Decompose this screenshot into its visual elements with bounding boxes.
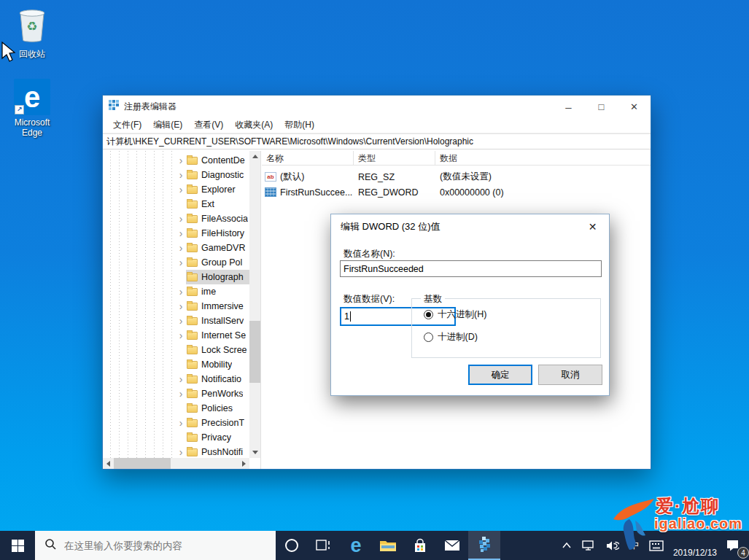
ime-indicator[interactable]: 中: [624, 531, 644, 560]
expand-chevron-icon[interactable]: ›: [176, 372, 186, 386]
column-type[interactable]: 类型: [354, 151, 435, 165]
tree-item-body[interactable]: FileAssocia: [186, 211, 249, 226]
menu-file[interactable]: 文件(F): [107, 119, 147, 131]
expand-chevron-icon[interactable]: ›: [176, 241, 186, 255]
maximize-button[interactable]: □: [585, 96, 618, 117]
tree-item-notificatio[interactable]: ›Notificatio: [103, 372, 249, 386]
tree-item-body[interactable]: Ext: [186, 197, 249, 211]
recycle-bin-shortcut[interactable]: ♻ 回收站: [6, 6, 58, 59]
tree-item-body[interactable]: PushNotifi: [186, 445, 249, 458]
expand-chevron-icon[interactable]: ›: [176, 386, 186, 401]
taskbar-clock[interactable]: 2019/12/13: [669, 531, 721, 560]
tree-item-body[interactable]: PrecisionT: [186, 416, 249, 430]
tree-item-body[interactable]: Internet Se: [186, 328, 249, 343]
tree-horizontal-scrollbar[interactable]: [103, 458, 249, 469]
expand-chevron-icon[interactable]: ›: [176, 211, 186, 226]
horizontal-scroll-thumb[interactable]: [114, 458, 171, 469]
address-bar[interactable]: 计算机\HKEY_CURRENT_USER\SOFTWARE\Microsoft…: [103, 133, 651, 149]
tree-item-fileassocia[interactable]: ›FileAssocia: [103, 211, 249, 226]
menu-view[interactable]: 查看(V): [188, 119, 229, 131]
expand-chevron-icon[interactable]: ›: [176, 299, 186, 314]
task-view-button[interactable]: [308, 531, 340, 560]
close-button[interactable]: ✕: [618, 96, 651, 117]
hidden-icons-button[interactable]: [557, 531, 576, 560]
value-name-input[interactable]: FirstRunSucceeded: [340, 260, 602, 277]
tree-item-diagnostic[interactable]: ›Diagnostic: [103, 168, 249, 182]
expand-chevron-icon[interactable]: ›: [176, 314, 186, 328]
column-name[interactable]: 名称: [262, 151, 354, 165]
tree-item-body[interactable]: Group Pol: [186, 255, 249, 270]
tree-item-body[interactable]: Immersive: [186, 299, 249, 314]
edge-shortcut[interactable]: e ↗ Microsoft Edge: [6, 79, 58, 138]
tree-item-internet-se[interactable]: ›Internet Se: [103, 328, 249, 343]
expand-chevron-icon[interactable]: ›: [176, 226, 186, 241]
registry-value-row[interactable]: ab(默认)REG_SZ(数值未设置): [262, 169, 651, 184]
tree-item-body[interactable]: ContentDe: [186, 153, 249, 168]
tree-item-filehistory[interactable]: ›FileHistory: [103, 226, 249, 241]
tree-item-mobility[interactable]: Mobility: [103, 357, 249, 372]
tree-item-body[interactable]: Lock Scree: [186, 343, 249, 357]
ok-button[interactable]: 确定: [468, 365, 532, 385]
cortana-button[interactable]: [276, 531, 308, 560]
tree-item-body[interactable]: Privacy: [186, 430, 249, 445]
start-button[interactable]: [0, 531, 35, 560]
radio-decimal[interactable]: 十进制(D): [424, 331, 478, 343]
touch-keyboard-button[interactable]: [644, 531, 669, 560]
tree-item-installserv[interactable]: ›InstallServ: [103, 314, 249, 328]
tree-item-contentde[interactable]: ›ContentDe: [103, 153, 249, 168]
tree-item-ext[interactable]: Ext: [103, 197, 249, 211]
scroll-down-icon[interactable]: [249, 447, 260, 458]
menu-edit[interactable]: 编辑(E): [147, 119, 188, 131]
store-button[interactable]: [404, 531, 436, 560]
tree-item-lock-scree[interactable]: Lock Scree: [103, 343, 249, 357]
radio-hexadecimal[interactable]: 十六进制(H): [424, 308, 486, 321]
expand-chevron-icon[interactable]: ›: [176, 182, 186, 197]
action-center-button[interactable]: 4: [721, 531, 745, 560]
vertical-scroll-thumb[interactable]: [249, 321, 260, 383]
expand-chevron-icon[interactable]: ›: [176, 445, 186, 458]
tree-item-body[interactable]: InstallServ: [186, 314, 249, 328]
tree-item-pushnotifi[interactable]: ›PushNotifi: [103, 445, 249, 458]
tree-item-holograph[interactable]: Holograph: [103, 270, 249, 284]
registry-value-row[interactable]: FirstRunSuccee...REG_DWORD0x00000000 (0): [262, 184, 651, 200]
tree-item-precisiont[interactable]: ›PrecisionT: [103, 416, 249, 430]
taskbar-search[interactable]: [35, 531, 276, 560]
scroll-right-icon[interactable]: [238, 458, 249, 469]
tree-vertical-scrollbar[interactable]: [249, 151, 260, 458]
tree-item-ime[interactable]: ›ime: [103, 284, 249, 299]
tree-item-body[interactable]: Diagnostic: [186, 168, 249, 182]
scroll-up-icon[interactable]: [249, 151, 260, 162]
network-button[interactable]: [576, 531, 600, 560]
cancel-button[interactable]: 取消: [538, 365, 602, 385]
tree-item-body[interactable]: Mobility: [186, 357, 249, 372]
volume-button[interactable]: [600, 531, 624, 560]
expand-chevron-icon[interactable]: ›: [176, 153, 186, 168]
menu-help[interactable]: 帮助(H): [279, 119, 320, 131]
expand-chevron-icon[interactable]: ›: [176, 328, 186, 343]
tree-item-body[interactable]: Explorer: [186, 182, 249, 197]
edge-taskbar-button[interactable]: e: [340, 531, 372, 560]
minimize-button[interactable]: –: [552, 96, 585, 117]
expand-chevron-icon[interactable]: ›: [176, 284, 186, 299]
expand-chevron-icon[interactable]: ›: [176, 255, 186, 270]
menu-favorites[interactable]: 收藏夹(A): [229, 119, 279, 131]
regedit-taskbar-button[interactable]: [468, 531, 500, 560]
mail-button[interactable]: [436, 531, 468, 560]
tree-item-body[interactable]: PenWorks: [186, 386, 249, 401]
tree-item-immersive[interactable]: ›Immersive: [103, 299, 249, 314]
tree-item-body[interactable]: Notificatio: [186, 372, 249, 386]
column-data[interactable]: 数据: [435, 151, 651, 165]
expand-chevron-icon[interactable]: ›: [176, 168, 186, 182]
tree-item-body[interactable]: Policies: [186, 401, 249, 416]
expand-chevron-icon[interactable]: ›: [176, 416, 186, 430]
tree-item-body[interactable]: FileHistory: [186, 226, 249, 241]
dialog-close-icon[interactable]: ✕: [576, 214, 609, 239]
tree-item-policies[interactable]: Policies: [103, 401, 249, 416]
search-input[interactable]: [63, 540, 260, 552]
tree-item-penworks[interactable]: ›PenWorks: [103, 386, 249, 401]
tree-item-privacy[interactable]: Privacy: [103, 430, 249, 445]
tree-item-body[interactable]: GameDVR: [186, 241, 249, 255]
tree-selected-highlight[interactable]: Holograph: [186, 270, 249, 284]
tree-item-body[interactable]: ime: [186, 284, 249, 299]
tree-item-group-pol[interactable]: ›Group Pol: [103, 255, 249, 270]
